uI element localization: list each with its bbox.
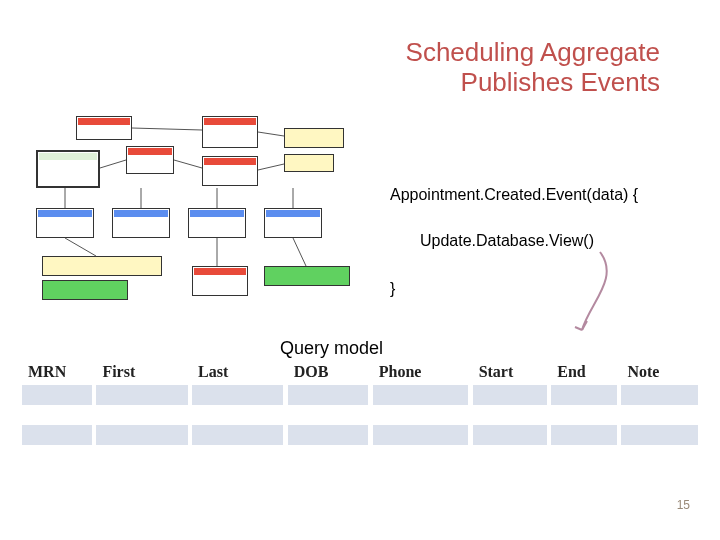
col-last: Last — [192, 361, 283, 385]
title-line-2: Publishes Events — [461, 67, 660, 97]
col-end: End — [551, 361, 617, 385]
col-first: First — [96, 361, 187, 385]
aggregate-diagram — [36, 116, 366, 306]
slide-title: Scheduling Aggregate Publishes Events — [406, 38, 660, 98]
table-row — [22, 405, 698, 425]
query-model-table: MRN First Last DOB Phone Start End Note — [22, 361, 698, 445]
title-line-1: Scheduling Aggregate — [406, 37, 660, 67]
svg-line-1 — [132, 128, 202, 130]
svg-line-11 — [293, 238, 306, 266]
col-start: Start — [473, 361, 547, 385]
table-header-row: MRN First Last DOB Phone Start End Note — [22, 361, 698, 385]
col-dob: DOB — [288, 361, 369, 385]
svg-line-3 — [258, 132, 284, 136]
svg-line-4 — [258, 164, 284, 170]
code-line-update: Update.Database.View() — [420, 231, 594, 252]
col-phone: Phone — [373, 361, 469, 385]
col-note: Note — [621, 361, 698, 385]
query-model-label: Query model — [280, 338, 383, 359]
table-row — [22, 425, 698, 445]
table-row — [22, 385, 698, 405]
code-line-close-brace: } — [390, 279, 395, 300]
svg-line-0 — [100, 160, 126, 168]
svg-line-2 — [174, 160, 202, 168]
col-mrn: MRN — [22, 361, 92, 385]
code-line-event: Appointment.Created.Event(data) { — [390, 185, 638, 206]
svg-line-9 — [65, 238, 96, 256]
arrow-to-query-model — [560, 248, 630, 348]
page-number: 15 — [677, 498, 690, 512]
